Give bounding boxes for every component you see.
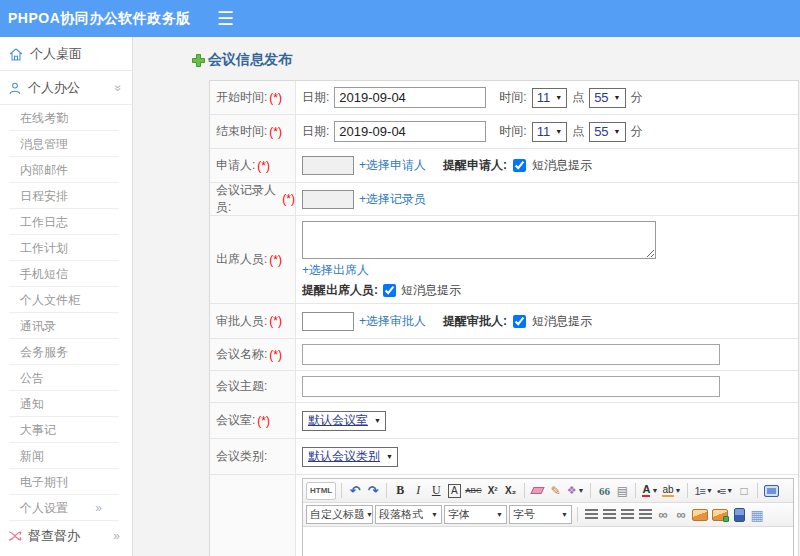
chevron-down-icon: ▼	[726, 487, 733, 494]
editor-toolbar-row2: 自定义标题▼ 段落格式▼ 字体▼ 字号▼ ∞ ∞	[303, 503, 793, 527]
chevron-down-icon: ▼	[371, 417, 385, 424]
required-marker: (*)	[269, 125, 282, 139]
sidebar-submenu-item[interactable]: 个人文件柜	[0, 287, 132, 313]
bold-icon[interactable]: B	[392, 482, 408, 500]
select-recorder-link[interactable]: +选择记录员	[359, 191, 426, 208]
remove-link-icon[interactable]: ∞	[673, 506, 689, 524]
superscript-icon[interactable]: X²	[485, 482, 501, 500]
sidebar-submenu-item[interactable]: 工作日志	[0, 209, 132, 235]
new-page-icon[interactable]: □	[736, 482, 752, 500]
insert-link-icon[interactable]: ∞	[655, 506, 671, 524]
align-right-icon[interactable]	[619, 506, 635, 524]
meeting-name-input[interactable]	[302, 344, 720, 365]
start-minute-select[interactable]: 55▼	[589, 88, 625, 108]
sidebar-submenu-item[interactable]: 内部邮件	[0, 157, 132, 183]
sidebar-item-supervision[interactable]: 督查督办 »	[0, 521, 132, 551]
meeting-subject-input[interactable]	[302, 376, 720, 397]
chevron-down-icon: ▼	[706, 487, 713, 494]
hour-unit: 点	[572, 123, 584, 140]
sidebar-submenu-item[interactable]: 新闻	[0, 443, 132, 469]
font-style-icon[interactable]: A	[448, 484, 461, 498]
sms-remind-checkbox[interactable]	[513, 159, 526, 172]
sidebar-submenu-item[interactable]: 公告	[0, 365, 132, 391]
chevron-down-icon: ▼	[552, 128, 566, 135]
field-label: 会议名称:	[216, 346, 267, 363]
chevron-down-icon: ▼	[366, 511, 373, 518]
end-minute-select[interactable]: 55▼	[589, 122, 625, 142]
form-row-content-editor: HTML ↶ ↷ B I U A ABC X² X₂	[210, 475, 798, 556]
underline-icon[interactable]: U	[428, 482, 444, 500]
sidebar-submenu-item[interactable]: 通知	[0, 391, 132, 417]
unordered-list-icon[interactable]: •≡▼	[716, 482, 734, 500]
ordered-list-icon[interactable]: 1≡▼	[693, 482, 713, 500]
sidebar-submenu-item[interactable]: 消息管理	[0, 131, 132, 157]
eraser-icon[interactable]	[530, 482, 546, 500]
form-row-meeting-name: 会议名称:(*)	[210, 339, 798, 371]
required-marker: (*)	[282, 192, 295, 206]
font-family-select[interactable]: 字体▼	[444, 505, 507, 524]
editor-content-area[interactable]	[303, 527, 793, 556]
applicant-input[interactable]	[302, 156, 354, 175]
start-hour-select[interactable]: 11▼	[532, 88, 567, 108]
sidebar-submenu-item[interactable]: 会务服务	[0, 339, 132, 365]
sms-remind-checkbox[interactable]	[513, 315, 526, 328]
sidebar-submenu-item[interactable]: 日程安排	[0, 183, 132, 209]
select-applicant-link[interactable]: +选择申请人	[359, 157, 426, 174]
end-hour-select[interactable]: 11▼	[532, 122, 567, 142]
chevron-down-icon: ▼	[496, 511, 503, 518]
italic-icon[interactable]: I	[410, 482, 426, 500]
fullscreen-icon[interactable]	[763, 482, 780, 500]
end-date-input[interactable]	[334, 121, 486, 142]
time-label: 时间:	[499, 123, 526, 140]
start-date-input[interactable]	[334, 87, 486, 108]
insert-media-icon[interactable]	[731, 506, 747, 524]
recorder-input[interactable]	[302, 190, 354, 209]
strikethrough-icon[interactable]: ABC	[464, 482, 482, 500]
html-source-button[interactable]: HTML	[306, 482, 336, 500]
format-brush-icon[interactable]: ✎	[548, 482, 564, 500]
redo-icon[interactable]: ↷	[365, 482, 381, 500]
sidebar-item-label: 个人桌面	[30, 45, 82, 63]
align-center-icon[interactable]	[601, 506, 617, 524]
field-label: 会议记录人员:	[216, 182, 280, 216]
undo-icon[interactable]: ↶	[347, 482, 363, 500]
form-row-recorder: 会议记录人员:(*) +选择记录员	[210, 183, 798, 216]
subscript-icon[interactable]: X₂	[503, 482, 519, 500]
highlight-color-icon[interactable]: ab▼	[661, 482, 682, 500]
align-justify-icon[interactable]	[637, 506, 653, 524]
palette-icon[interactable]: ❖▼	[566, 482, 586, 500]
sms-remind-checkbox[interactable]	[383, 284, 396, 297]
blockquote-icon[interactable]: 66	[596, 482, 612, 500]
font-color-icon[interactable]: A▼	[641, 482, 659, 500]
sidebar-item-office[interactable]: 个人办公 »	[0, 71, 132, 105]
heading-select[interactable]: 自定义标题▼	[306, 505, 373, 524]
paste-icon[interactable]: ▤	[614, 482, 630, 500]
sidebar-item-settings[interactable]: 个人设置 »	[0, 495, 132, 521]
required-marker: (*)	[269, 253, 282, 267]
upload-image-icon[interactable]	[711, 506, 729, 524]
select-attendees-link[interactable]: +选择出席人	[302, 262, 369, 279]
attendees-textarea[interactable]	[302, 221, 656, 259]
sidebar-submenu-item[interactable]: 手机短信	[0, 261, 132, 287]
form-row-applicant: 申请人:(*) +选择申请人 提醒申请人: 短消息提示	[210, 149, 798, 183]
meeting-room-select[interactable]: 默认会议室▼	[302, 411, 386, 431]
font-size-select[interactable]: 字号▼	[509, 505, 572, 524]
page-title-bar: 会议信息发布	[133, 37, 800, 80]
field-label: 申请人:	[216, 157, 255, 174]
sidebar-submenu-item[interactable]: 电子期刊	[0, 469, 132, 495]
insert-table-icon[interactable]: ▦	[749, 506, 765, 524]
sidebar-submenu-item[interactable]: 工作计划	[0, 235, 132, 261]
hamburger-menu-icon[interactable]: ☰	[217, 9, 234, 28]
top-header: PHPOA协同办公软件政务版 ☰	[0, 0, 800, 37]
sidebar-submenu-item[interactable]: 在线考勤	[0, 105, 132, 131]
align-left-icon[interactable]	[583, 506, 599, 524]
chevron-double-right-icon: »	[95, 501, 102, 515]
meeting-category-select[interactable]: 默认会议类别▼	[302, 447, 398, 467]
approver-input[interactable]	[302, 312, 354, 331]
sidebar-submenu-item[interactable]: 通讯录	[0, 313, 132, 339]
select-approver-link[interactable]: +选择审批人	[359, 313, 426, 330]
sidebar-item-desktop[interactable]: 个人桌面	[0, 37, 132, 71]
insert-image-icon[interactable]	[691, 506, 709, 524]
sidebar-submenu-item[interactable]: 大事记	[0, 417, 132, 443]
paragraph-format-select[interactable]: 段落格式▼	[375, 505, 442, 524]
